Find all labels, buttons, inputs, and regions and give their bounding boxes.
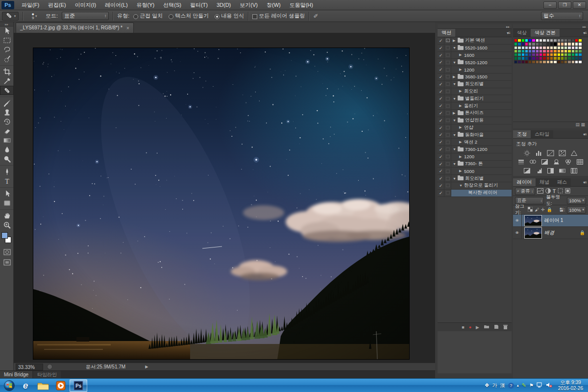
action-check-icon[interactable]: ✓ [438, 168, 444, 174]
canvas-pasteboard[interactable] [14, 33, 435, 363]
swatch[interactable] [557, 60, 561, 64]
swatch[interactable] [567, 42, 571, 46]
swatch[interactable] [550, 46, 553, 49]
expand-icon[interactable]: ▶ [453, 111, 456, 115]
expand-icon[interactable]: ▶ [453, 75, 456, 79]
tray-expand-icon[interactable]: ▴ [517, 383, 519, 388]
action-item-15[interactable]: ✓▼7360-1200 [438, 146, 512, 153]
swatch[interactable] [525, 53, 528, 56]
swatch[interactable] [521, 42, 525, 46]
swatch[interactable] [528, 42, 532, 46]
swatch[interactable] [571, 60, 575, 64]
action-item-13[interactable]: ✓▼동화마을 [438, 131, 512, 139]
swatch[interactable] [578, 42, 582, 46]
swatch[interactable] [532, 56, 535, 60]
filter-pixel-icon[interactable] [537, 188, 543, 195]
taskbar-photoshop[interactable]: Ps [70, 379, 87, 392]
swatch[interactable] [557, 49, 561, 53]
layer-row-0[interactable]: 👁레이어 1 [513, 215, 588, 227]
swatch[interactable] [542, 56, 546, 60]
swatch[interactable] [539, 53, 542, 56]
swatch[interactable] [564, 60, 567, 64]
swatch[interactable] [561, 46, 564, 49]
lock-all-icon[interactable]: 🔒 [547, 207, 552, 212]
swatch[interactable] [553, 53, 557, 56]
channel-mixer-adjustment-icon[interactable] [564, 158, 572, 166]
expand-icon[interactable]: ▶ [459, 68, 463, 72]
gradient-map-adjustment-icon[interactable] [558, 167, 566, 174]
action-check-icon[interactable]: ✓ [438, 88, 444, 95]
swatch[interactable] [546, 53, 550, 56]
filter-smart-icon[interactable] [565, 188, 570, 195]
status-menu-arrow[interactable]: ▶ [145, 365, 148, 369]
action-check-icon[interactable]: ✓ [438, 102, 444, 109]
swatch[interactable] [539, 39, 542, 42]
panel-menu-icon[interactable]: ▾≡ [507, 31, 510, 35]
swatch[interactable] [550, 49, 553, 53]
tool-quick-selection[interactable] [0, 54, 14, 64]
collapse-icon[interactable]: ▼ [453, 97, 456, 100]
color-lookup-adjustment-icon[interactable] [576, 158, 584, 166]
swatch[interactable] [553, 46, 557, 49]
radio-1[interactable]: 텍스처 만들기 [169, 12, 209, 20]
vibrance-adjustment-icon[interactable] [570, 149, 578, 157]
tool-rectangular-marquee[interactable] [0, 36, 14, 45]
tool-hand[interactable] [0, 211, 14, 220]
swatch[interactable] [561, 42, 564, 46]
swatch[interactable] [532, 46, 535, 49]
swatch[interactable] [536, 39, 539, 42]
swatch[interactable] [578, 39, 582, 42]
swatch[interactable] [553, 49, 557, 53]
action-check-icon[interactable]: ✓ [438, 66, 444, 73]
swatch[interactable] [567, 46, 571, 49]
action-item-1[interactable]: ✓▼5520-1600 [438, 45, 512, 52]
action-check-icon[interactable]: ✓ [438, 45, 444, 51]
action-item-12[interactable]: ✓▶언샵 [438, 124, 512, 132]
swatch[interactable] [557, 39, 561, 42]
action-item-16[interactable]: ✓▶1200 [438, 153, 512, 161]
tool-crop[interactable] [0, 67, 14, 76]
swatch[interactable] [528, 49, 532, 53]
swatch[interactable] [550, 39, 553, 42]
swatch[interactable] [561, 56, 564, 60]
swatch[interactable] [578, 49, 582, 53]
minimize-button[interactable]: – [543, 1, 557, 9]
swatch[interactable] [525, 39, 528, 42]
taskbar-clock[interactable]: 오후 9:39 2016-02-26 [555, 380, 586, 392]
selective-color-adjustment-icon[interactable] [570, 167, 578, 174]
action-dialog-toggle[interactable] [444, 190, 451, 196]
tab-색상 견본[interactable]: 색상 견본 [531, 29, 560, 37]
expand-icon[interactable]: ▶ [459, 155, 463, 159]
color-balance-adjustment-icon[interactable] [529, 158, 537, 166]
action-dialog-toggle[interactable] [444, 146, 451, 153]
swatch[interactable] [567, 56, 571, 60]
collapse-icon[interactable]: ▼ [453, 61, 456, 64]
swatch[interactable] [517, 42, 521, 46]
swatch[interactable] [546, 46, 550, 49]
swatch[interactable] [564, 53, 567, 56]
tab-조정[interactable]: 조정 [513, 130, 531, 138]
panel-menu-icon[interactable]: ▾≡ [583, 132, 587, 137]
opacity-field[interactable]: 100% ▾ [567, 197, 586, 204]
filter-adjustment-icon[interactable] [545, 188, 551, 195]
taskbar-internet-explorer[interactable]: e [17, 379, 34, 392]
stop-icon[interactable]: ■ [462, 325, 464, 330]
filter-kind-select[interactable]: ⌕ 종류 ↕ [515, 188, 535, 195]
swatch[interactable] [521, 60, 525, 64]
brush-size-picker[interactable]: ● 9 ▾ [27, 13, 42, 20]
swatch[interactable] [561, 60, 564, 64]
action-item-0[interactable]: ✓-▶기본 액션 [438, 37, 512, 45]
foreground-color-chip[interactable] [1, 232, 8, 239]
swatch[interactable] [546, 60, 550, 64]
swatch[interactable] [542, 60, 546, 64]
swatch[interactable] [517, 56, 521, 60]
action-dialog-toggle[interactable] [444, 168, 451, 174]
tool-eyedropper[interactable] [0, 76, 14, 86]
ime-korean-indicator[interactable]: 가 [492, 382, 497, 389]
swatch[interactable] [514, 60, 517, 64]
action-dialog-toggle[interactable] [444, 52, 451, 59]
expand-icon[interactable]: ▶ [453, 39, 456, 43]
photo-filter-adjustment-icon[interactable] [552, 158, 561, 166]
swatch[interactable] [561, 49, 564, 53]
swatch[interactable] [571, 39, 575, 42]
